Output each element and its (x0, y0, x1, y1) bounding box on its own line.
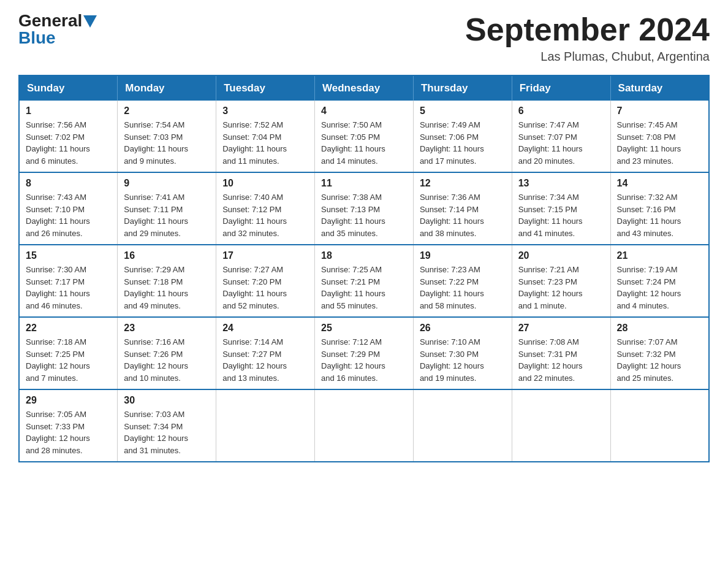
calendar-cell: 2Sunrise: 7:54 AMSunset: 7:03 PMDaylight… (118, 101, 216, 172)
header-sunday: Sunday (19, 75, 118, 101)
day-number: 30 (124, 395, 210, 406)
calendar-week-row: 29Sunrise: 7:05 AMSunset: 7:33 PMDayligh… (19, 389, 709, 462)
calendar-cell: 11Sunrise: 7:38 AMSunset: 7:13 PMDayligh… (315, 172, 414, 245)
calendar-week-row: 15Sunrise: 7:30 AMSunset: 7:17 PMDayligh… (19, 245, 709, 317)
calendar-cell: 29Sunrise: 7:05 AMSunset: 7:33 PMDayligh… (19, 389, 118, 462)
logo-general-text: General (18, 12, 82, 29)
calendar-cell: 18Sunrise: 7:25 AMSunset: 7:21 PMDayligh… (315, 245, 414, 317)
day-number: 17 (222, 250, 308, 261)
calendar-cell: 12Sunrise: 7:36 AMSunset: 7:14 PMDayligh… (413, 172, 512, 245)
day-info: Sunrise: 7:19 AMSunset: 7:24 PMDaylight:… (617, 264, 702, 312)
day-info: Sunrise: 7:38 AMSunset: 7:13 PMDaylight:… (321, 191, 407, 239)
calendar-cell: 4Sunrise: 7:50 AMSunset: 7:05 PMDaylight… (315, 101, 414, 172)
day-info: Sunrise: 7:50 AMSunset: 7:05 PMDaylight:… (321, 119, 407, 167)
day-number: 11 (321, 178, 407, 189)
calendar-cell (315, 389, 414, 462)
day-info: Sunrise: 7:27 AMSunset: 7:20 PMDaylight:… (222, 264, 308, 312)
calendar-cell (216, 389, 315, 462)
day-info: Sunrise: 7:49 AMSunset: 7:06 PMDaylight:… (420, 119, 506, 167)
calendar-cell: 3Sunrise: 7:52 AMSunset: 7:04 PMDaylight… (216, 101, 315, 172)
day-info: Sunrise: 7:52 AMSunset: 7:04 PMDaylight:… (222, 119, 308, 167)
day-info: Sunrise: 7:10 AMSunset: 7:30 PMDaylight:… (420, 336, 506, 384)
calendar-cell (512, 389, 610, 462)
day-number: 12 (420, 178, 506, 189)
day-info: Sunrise: 7:25 AMSunset: 7:21 PMDaylight:… (321, 264, 407, 312)
calendar-cell: 8Sunrise: 7:43 AMSunset: 7:10 PMDaylight… (19, 172, 118, 245)
day-info: Sunrise: 7:41 AMSunset: 7:11 PMDaylight:… (124, 191, 210, 239)
day-info: Sunrise: 7:36 AMSunset: 7:14 PMDaylight:… (420, 191, 506, 239)
calendar-cell: 17Sunrise: 7:27 AMSunset: 7:20 PMDayligh… (216, 245, 315, 317)
day-number: 26 (420, 323, 506, 334)
calendar-cell: 25Sunrise: 7:12 AMSunset: 7:29 PMDayligh… (315, 317, 414, 389)
calendar-week-row: 22Sunrise: 7:18 AMSunset: 7:25 PMDayligh… (19, 317, 709, 389)
day-number: 3 (222, 105, 308, 117)
header-wednesday: Wednesday (315, 75, 414, 101)
day-number: 15 (26, 250, 111, 261)
logo-blue-text: Blue (18, 29, 56, 47)
day-number: 10 (222, 178, 308, 189)
day-info: Sunrise: 7:45 AMSunset: 7:08 PMDaylight:… (617, 119, 702, 167)
day-number: 22 (26, 323, 111, 334)
calendar-cell: 7Sunrise: 7:45 AMSunset: 7:08 PMDaylight… (610, 101, 709, 172)
day-info: Sunrise: 7:40 AMSunset: 7:12 PMDaylight:… (222, 191, 308, 239)
title-section: September 2024 Las Plumas, Chubut, Argen… (465, 12, 710, 64)
day-info: Sunrise: 7:14 AMSunset: 7:27 PMDaylight:… (222, 336, 308, 384)
day-number: 28 (617, 323, 702, 334)
day-info: Sunrise: 7:08 AMSunset: 7:31 PMDaylight:… (518, 336, 604, 384)
calendar-cell: 14Sunrise: 7:32 AMSunset: 7:16 PMDayligh… (610, 172, 709, 245)
calendar-cell: 1Sunrise: 7:56 AMSunset: 7:02 PMDaylight… (19, 101, 118, 172)
day-number: 9 (124, 178, 210, 189)
calendar-cell (413, 389, 512, 462)
calendar-cell: 28Sunrise: 7:07 AMSunset: 7:32 PMDayligh… (610, 317, 709, 389)
calendar-cell: 30Sunrise: 7:03 AMSunset: 7:34 PMDayligh… (118, 389, 216, 462)
calendar-cell: 20Sunrise: 7:21 AMSunset: 7:23 PMDayligh… (512, 245, 610, 317)
day-number: 13 (518, 178, 604, 189)
day-info: Sunrise: 7:54 AMSunset: 7:03 PMDaylight:… (124, 119, 210, 167)
calendar-cell: 6Sunrise: 7:47 AMSunset: 7:07 PMDaylight… (512, 101, 610, 172)
calendar-header-row: SundayMondayTuesdayWednesdayThursdayFrid… (19, 75, 709, 101)
day-info: Sunrise: 7:16 AMSunset: 7:26 PMDaylight:… (124, 336, 210, 384)
header-monday: Monday (118, 75, 216, 101)
day-number: 6 (518, 105, 604, 117)
day-number: 27 (518, 323, 604, 334)
day-info: Sunrise: 7:43 AMSunset: 7:10 PMDaylight:… (26, 191, 111, 239)
logo-triangle-icon (83, 15, 97, 28)
header-saturday: Saturday (610, 75, 709, 101)
day-number: 29 (26, 395, 111, 406)
header-friday: Friday (512, 75, 610, 101)
calendar-cell: 5Sunrise: 7:49 AMSunset: 7:06 PMDaylight… (413, 101, 512, 172)
day-number: 19 (420, 250, 506, 261)
day-info: Sunrise: 7:23 AMSunset: 7:22 PMDaylight:… (420, 264, 506, 312)
day-number: 25 (321, 323, 407, 334)
calendar-cell: 21Sunrise: 7:19 AMSunset: 7:24 PMDayligh… (610, 245, 709, 317)
calendar-week-row: 8Sunrise: 7:43 AMSunset: 7:10 PMDaylight… (19, 172, 709, 245)
day-info: Sunrise: 7:12 AMSunset: 7:29 PMDaylight:… (321, 336, 407, 384)
day-number: 20 (518, 250, 604, 261)
calendar-cell: 16Sunrise: 7:29 AMSunset: 7:18 PMDayligh… (118, 245, 216, 317)
day-number: 14 (617, 178, 702, 189)
day-info: Sunrise: 7:34 AMSunset: 7:15 PMDaylight:… (518, 191, 604, 239)
calendar-cell: 13Sunrise: 7:34 AMSunset: 7:15 PMDayligh… (512, 172, 610, 245)
calendar-cell: 26Sunrise: 7:10 AMSunset: 7:30 PMDayligh… (413, 317, 512, 389)
day-number: 4 (321, 105, 407, 117)
calendar-cell: 19Sunrise: 7:23 AMSunset: 7:22 PMDayligh… (413, 245, 512, 317)
calendar-cell: 9Sunrise: 7:41 AMSunset: 7:11 PMDaylight… (118, 172, 216, 245)
calendar-cell: 10Sunrise: 7:40 AMSunset: 7:12 PMDayligh… (216, 172, 315, 245)
day-info: Sunrise: 7:05 AMSunset: 7:33 PMDaylight:… (26, 408, 111, 456)
day-info: Sunrise: 7:18 AMSunset: 7:25 PMDaylight:… (26, 336, 111, 384)
day-number: 2 (124, 105, 210, 117)
day-number: 23 (124, 323, 210, 334)
day-number: 24 (222, 323, 308, 334)
day-info: Sunrise: 7:03 AMSunset: 7:34 PMDaylight:… (124, 408, 210, 456)
day-info: Sunrise: 7:21 AMSunset: 7:23 PMDaylight:… (518, 264, 604, 312)
day-info: Sunrise: 7:30 AMSunset: 7:17 PMDaylight:… (26, 264, 111, 312)
calendar-cell: 22Sunrise: 7:18 AMSunset: 7:25 PMDayligh… (19, 317, 118, 389)
page-header: General Blue September 2024 Las Plumas, … (18, 12, 710, 64)
header-thursday: Thursday (413, 75, 512, 101)
calendar-cell (610, 389, 709, 462)
day-number: 18 (321, 250, 407, 261)
day-info: Sunrise: 7:32 AMSunset: 7:16 PMDaylight:… (617, 191, 702, 239)
logo: General Blue (18, 12, 97, 47)
calendar-week-row: 1Sunrise: 7:56 AMSunset: 7:02 PMDaylight… (19, 101, 709, 172)
calendar-table: SundayMondayTuesdayWednesdayThursdayFrid… (18, 75, 710, 462)
